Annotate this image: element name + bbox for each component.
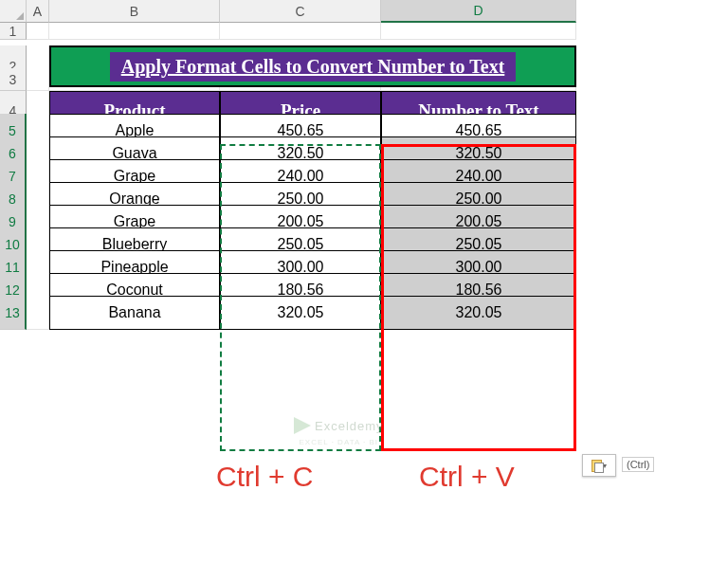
spreadsheet-grid[interactable]: A B C D 1 2 Apply Format Cells to Conver… [0,0,728,318]
cell-D1[interactable] [381,23,576,40]
select-all-corner[interactable] [0,0,27,23]
cell-C1[interactable] [220,23,381,40]
watermark-subtext: EXCEL · DATA · BI [300,438,379,446]
paste-options-tooltip: (Ctrl) [622,457,654,472]
shortcut-copy-label: Ctrl + C [216,461,314,493]
col-header-B[interactable]: B [49,0,220,23]
cell-A13[interactable] [27,296,49,330]
cell-B1[interactable] [49,23,220,40]
row-header-1[interactable]: 1 [0,23,27,40]
col-header-A[interactable]: A [27,0,49,23]
cell-product[interactable]: Banana [49,296,220,330]
watermark-text: Exceldemy [315,419,384,433]
watermark: Exceldemy EXCEL · DATA · BI [294,417,384,446]
paste-options-button[interactable]: ▾ [582,454,616,477]
col-header-C[interactable]: C [220,0,381,23]
row-header-3[interactable]: 3 [0,68,27,91]
shortcut-paste-label: Ctrl + V [419,461,515,493]
cell-price[interactable]: 320.05 [220,296,381,330]
cell-ntext[interactable]: 320.05 [381,296,576,330]
clipboard-icon [592,460,602,472]
col-header-D[interactable]: D [381,0,576,23]
title-banner[interactable]: Apply Format Cells to Convert Number to … [49,45,576,87]
page-title: Apply Format Cells to Convert Number to … [110,52,517,82]
row-header-13[interactable]: 13 [0,296,27,330]
watermark-icon [294,417,311,434]
cell-A1[interactable] [27,23,49,40]
cell-A3[interactable] [27,68,49,91]
